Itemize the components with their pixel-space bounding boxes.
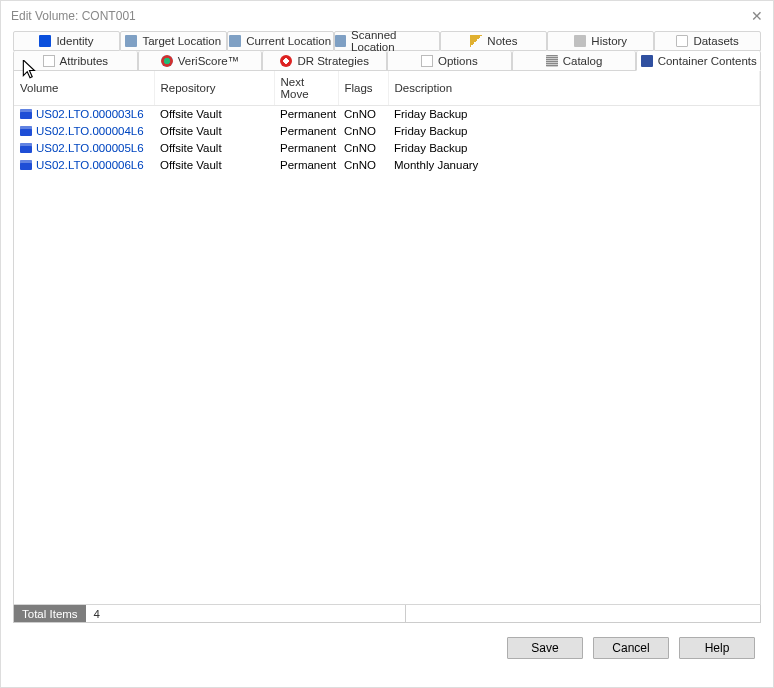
cell-flags: CnNO xyxy=(338,140,388,157)
id-icon xyxy=(39,35,51,47)
cell-volume: US02.LTO.000006L6 xyxy=(14,157,154,174)
tab-scanned-location[interactable]: Scanned Location xyxy=(334,31,441,51)
cell-repository: Offsite Vault xyxy=(154,123,274,140)
table-row[interactable]: US02.LTO.000003L6Offsite VaultPermanentC… xyxy=(14,106,760,123)
cancel-button[interactable]: Cancel xyxy=(593,637,669,659)
table-header-row: VolumeRepositoryNext MoveFlagsDescriptio… xyxy=(14,71,760,106)
tab-options[interactable]: Options xyxy=(387,51,512,71)
cont-icon xyxy=(641,55,653,67)
cell-flags: CnNO xyxy=(338,157,388,174)
loc-icon xyxy=(229,35,241,47)
tab-notes[interactable]: Notes xyxy=(440,31,547,51)
table-row[interactable]: US02.LTO.000004L6Offsite VaultPermanentC… xyxy=(14,123,760,140)
tab-label: Scanned Location xyxy=(351,29,439,53)
col-description[interactable]: Description xyxy=(388,71,760,106)
tab-attributes[interactable]: Attributes xyxy=(13,51,138,71)
window-title: Edit Volume: CONT001 xyxy=(11,9,136,23)
table-body: US02.LTO.000003L6Offsite VaultPermanentC… xyxy=(14,106,760,174)
table-row[interactable]: US02.LTO.000006L6Offsite VaultPermanentC… xyxy=(14,157,760,174)
tab-row-2: AttributesVeriScore™DR StrategiesOptions… xyxy=(13,51,761,71)
tab-label: Datasets xyxy=(693,35,738,47)
tab-veriscore-[interactable]: VeriScore™ xyxy=(138,51,263,71)
statusbar: Total Items 4 xyxy=(13,605,761,623)
tab-history[interactable]: History xyxy=(547,31,654,51)
dr-icon xyxy=(280,55,292,67)
tab-dr-strategies[interactable]: DR Strategies xyxy=(262,51,387,71)
volume-icon xyxy=(20,160,32,170)
pen-icon xyxy=(470,35,482,47)
hist-icon xyxy=(574,35,586,47)
titlebar: Edit Volume: CONT001 ✕ xyxy=(1,1,773,31)
tab-label: Notes xyxy=(487,35,517,47)
cell-nextmove: Permanent xyxy=(274,106,338,123)
help-button[interactable]: Help xyxy=(679,637,755,659)
volumes-table: VolumeRepositoryNext MoveFlagsDescriptio… xyxy=(14,71,760,174)
attr-icon xyxy=(43,55,55,67)
tab-catalog[interactable]: Catalog xyxy=(512,51,637,71)
tab-label: Catalog xyxy=(563,55,603,67)
volume-icon xyxy=(20,109,32,119)
tab-label: Identity xyxy=(56,35,93,47)
tab-label: Attributes xyxy=(60,55,109,67)
table-row[interactable]: US02.LTO.000005L6Offsite VaultPermanentC… xyxy=(14,140,760,157)
content-panel: VolumeRepositoryNext MoveFlagsDescriptio… xyxy=(13,71,761,605)
tab-target-location[interactable]: Target Location xyxy=(120,31,227,51)
cell-nextmove: Permanent xyxy=(274,157,338,174)
status-value: 4 xyxy=(86,605,406,622)
cell-description: Friday Backup xyxy=(388,106,760,123)
tab-label: Current Location xyxy=(246,35,331,47)
vscore-icon xyxy=(161,55,173,67)
volume-icon xyxy=(20,126,32,136)
col-next-move[interactable]: Next Move xyxy=(274,71,338,106)
cell-description: Monthly January xyxy=(388,157,760,174)
opt-icon xyxy=(421,55,433,67)
volume-icon xyxy=(20,143,32,153)
loc-icon xyxy=(335,35,347,47)
cell-repository: Offsite Vault xyxy=(154,140,274,157)
tab-current-location[interactable]: Current Location xyxy=(227,31,334,51)
tab-label: Options xyxy=(438,55,478,67)
tab-label: DR Strategies xyxy=(297,55,369,67)
cell-description: Friday Backup xyxy=(388,140,760,157)
cell-nextmove: Permanent xyxy=(274,140,338,157)
tab-datasets[interactable]: Datasets xyxy=(654,31,761,51)
tab-label: Container Contents xyxy=(658,55,757,67)
tab-identity[interactable]: Identity xyxy=(13,31,120,51)
save-button[interactable]: Save xyxy=(507,637,583,659)
tab-label: History xyxy=(591,35,627,47)
status-label: Total Items xyxy=(14,605,86,622)
cell-nextmove: Permanent xyxy=(274,123,338,140)
cell-description: Friday Backup xyxy=(388,123,760,140)
tabstrip: IdentityTarget LocationCurrent LocationS… xyxy=(1,31,773,71)
ds-icon xyxy=(676,35,688,47)
col-repository[interactable]: Repository xyxy=(154,71,274,106)
col-volume[interactable]: Volume xyxy=(14,71,154,106)
tab-label: VeriScore™ xyxy=(178,55,239,67)
cell-volume: US02.LTO.000003L6 xyxy=(14,106,154,123)
cat-icon xyxy=(546,55,558,67)
cell-volume: US02.LTO.000004L6 xyxy=(14,123,154,140)
close-icon[interactable]: ✕ xyxy=(733,8,763,24)
loc-icon xyxy=(125,35,137,47)
dialog-buttons: Save Cancel Help xyxy=(1,623,773,673)
cell-flags: CnNO xyxy=(338,123,388,140)
tab-container-contents[interactable]: Container Contents xyxy=(636,51,761,71)
tab-row-1: IdentityTarget LocationCurrent LocationS… xyxy=(13,31,761,51)
cell-repository: Offsite Vault xyxy=(154,106,274,123)
col-flags[interactable]: Flags xyxy=(338,71,388,106)
cell-flags: CnNO xyxy=(338,106,388,123)
cell-volume: US02.LTO.000005L6 xyxy=(14,140,154,157)
cell-repository: Offsite Vault xyxy=(154,157,274,174)
tab-label: Target Location xyxy=(142,35,221,47)
